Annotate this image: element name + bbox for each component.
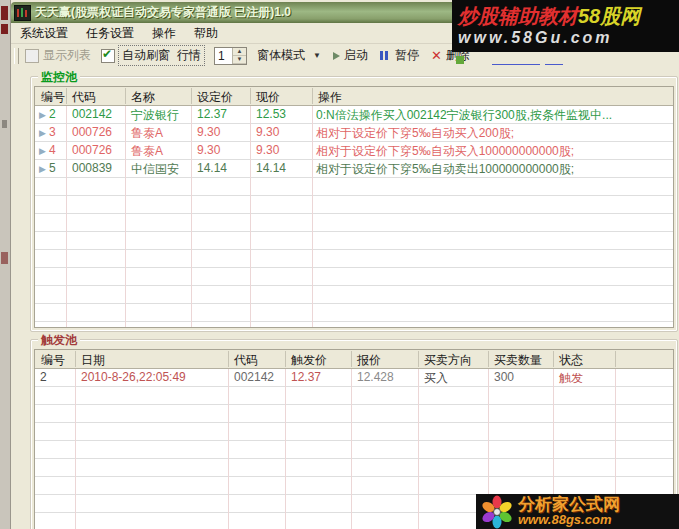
auto-refresh-checkbox[interactable] — [101, 49, 115, 63]
background-window-fragment — [2, 120, 7, 128]
ad-top-line1: 炒股辅助教材58股网 — [458, 5, 679, 28]
obscured-link[interactable] — [492, 64, 540, 65]
col-header-set-price[interactable]: 设定价 — [197, 89, 233, 106]
obscured-toolbar-icon[interactable] — [456, 56, 464, 64]
cell-code: 002142 — [72, 107, 112, 121]
play-icon — [333, 52, 340, 60]
col-header-date[interactable]: 日期 — [81, 352, 105, 369]
pause-label: 暂停 — [395, 47, 419, 64]
ad-bottom-text: 分析家公式网 www.88gs.com — [518, 496, 620, 527]
auto-refresh-group: 自动刷窗 行情 — [119, 46, 204, 65]
show-list-label: 显示列表 — [43, 47, 91, 64]
col-header-quantity[interactable]: 买卖数量 — [494, 352, 542, 369]
cell-id: 2 — [49, 107, 56, 121]
spinner-value[interactable]: 1 — [215, 48, 232, 64]
col-header-quote[interactable]: 报价 — [357, 352, 381, 369]
cell-operation: 相对于设定价下穿5‰自动买入200股; — [316, 125, 514, 142]
menu-help[interactable]: 帮助 — [185, 23, 227, 44]
cell-operation: 相对于设定价下穿5‰自动卖出100000000000股; — [316, 161, 574, 178]
cell-cur-price: 14.14 — [256, 161, 286, 175]
flower-logo-icon — [480, 495, 514, 529]
monitor-table-body: ▶2 002142 宁波银行 12.37 12.53 0:N倍法操作买入0021… — [35, 106, 673, 327]
obscured-link[interactable] — [545, 64, 563, 65]
cell-set-price: 12.37 — [197, 107, 227, 121]
spinner-down-icon[interactable]: ▼ — [233, 56, 246, 64]
cell-operation: 0:N倍法操作买入002142宁波银行300股,按条件监视中... — [316, 107, 612, 124]
col-header-operation[interactable]: 操作 — [318, 89, 342, 106]
monitor-pool-table[interactable]: 编号 代码 名称 设定价 现价 操作 ▶2 002142 宁波银行 — [34, 86, 674, 328]
col-header-id[interactable]: 编号 — [41, 89, 65, 106]
cell-code: 002142 — [234, 370, 274, 384]
col-header-cur-price[interactable]: 现价 — [256, 89, 280, 106]
toolbar-grip[interactable] — [14, 48, 19, 64]
monitor-table-header: 编号 代码 名称 设定价 现价 操作 — [35, 87, 673, 106]
col-header-id[interactable]: 编号 — [41, 352, 65, 369]
pause-icon — [380, 51, 390, 60]
window-mode-dropdown[interactable]: 窗体模式 ▼ — [257, 47, 321, 64]
col-header-status[interactable]: 状态 — [559, 352, 583, 369]
cell-code: 000726 — [72, 143, 112, 157]
monitor-pool-title: 监控池 — [38, 69, 80, 86]
cell-name: 鲁泰A — [131, 125, 163, 142]
cell-set-price: 9.30 — [197, 143, 220, 157]
menu-operation[interactable]: 操作 — [143, 23, 185, 44]
table-row[interactable]: ▶3 000726 鲁泰A 9.30 9.30 相对于设定价下穿5‰自动买入20… — [35, 124, 673, 142]
row-arrow-icon: ▶ — [39, 164, 46, 174]
cell-set-price: 14.14 — [197, 161, 227, 175]
show-list-checkbox[interactable] — [25, 49, 39, 63]
start-label: 启动 — [344, 47, 368, 64]
app-screenshot: 天天赢(股票权证自动交易专家普通版 已注册)1.0 系统设置 任务设置 操作 帮… — [0, 0, 679, 529]
window-mode-label: 窗体模式 — [257, 47, 305, 64]
table-row[interactable]: ▶4 000726 鲁泰A 9.30 9.30 相对于设定价下穿5‰自动买入10… — [35, 142, 673, 160]
ad-bottom-url: www.88gs.com — [518, 513, 620, 527]
row-arrow-icon: ▶ — [39, 110, 46, 120]
col-header-name[interactable]: 名称 — [131, 89, 155, 106]
cell-name: 宁波银行 — [131, 107, 179, 124]
cell-cur-price: 12.53 — [256, 107, 286, 121]
col-header-code[interactable]: 代码 — [234, 352, 258, 369]
spinner-arrows[interactable]: ▲▼ — [232, 48, 246, 64]
refresh-interval-spinner[interactable]: 1 ▲▼ — [214, 47, 247, 65]
cell-id: 3 — [49, 125, 56, 139]
main-window: 天天赢(股票权证自动交易专家普通版 已注册)1.0 系统设置 任务设置 操作 帮… — [11, 0, 679, 529]
background-window-edge — [0, 0, 11, 529]
col-header-trigger-price[interactable]: 触发价 — [291, 352, 327, 369]
pause-button[interactable]: 暂停 — [380, 47, 419, 64]
quotes-label: 行情 — [177, 47, 201, 64]
cell-operation: 相对于设定价下穿5‰自动买入100000000000股; — [316, 143, 574, 160]
table-row[interactable]: 2 2010-8-26,22:05:49 002142 12.37 12.428… — [35, 369, 673, 387]
cell-cur-price: 9.30 — [256, 143, 279, 157]
ad-top-url: www.58Gu.com — [458, 28, 679, 48]
app-icon — [14, 5, 31, 21]
start-button[interactable]: 启动 — [333, 47, 368, 64]
col-header-direction[interactable]: 买卖方向 — [424, 352, 472, 369]
window-title: 天天赢(股票权证自动交易专家普通版 已注册)1.0 — [35, 4, 291, 21]
ad-banner-bottom: 分析家公式网 www.88gs.com — [476, 494, 679, 529]
cell-status: 触发 — [559, 370, 583, 387]
cell-id: 4 — [49, 143, 56, 157]
cell-code: 000726 — [72, 125, 112, 139]
cell-date: 2010-8-26,22:05:49 — [81, 370, 186, 384]
table-row[interactable]: ▶5 000839 中信国安 14.14 14.14 相对于设定价下穿5‰自动卖… — [35, 160, 673, 178]
cell-quantity: 300 — [494, 370, 514, 384]
ad-top-line1-yellow: 58股网 — [578, 5, 640, 27]
col-header-code[interactable]: 代码 — [72, 89, 96, 106]
spinner-up-icon[interactable]: ▲ — [233, 48, 246, 56]
menu-task-settings[interactable]: 任务设置 — [77, 23, 143, 44]
cell-cur-price: 9.30 — [256, 125, 279, 139]
cell-code: 000839 — [72, 161, 112, 175]
table-row[interactable]: ▶2 002142 宁波银行 12.37 12.53 0:N倍法操作买入0021… — [35, 106, 673, 124]
monitor-pool-group: 监控池 编号 代码 名称 设定价 现价 操作 ▶2 — [30, 76, 678, 332]
ad-bottom-line1: 分析家公式网 — [518, 496, 620, 513]
menu-system-settings[interactable]: 系统设置 — [11, 23, 77, 44]
background-window-fragment — [1, 6, 8, 20]
background-window-fragment — [1, 24, 8, 34]
cell-set-price: 9.30 — [197, 125, 220, 139]
cell-id: 2 — [40, 370, 47, 384]
cell-direction: 买入 — [424, 370, 448, 387]
trigger-table-header: 编号 日期 代码 触发价 报价 买卖方向 买卖数量 状态 — [35, 350, 673, 369]
row-arrow-icon: ▶ — [39, 128, 46, 138]
ad-banner-top: 炒股辅助教材58股网 www.58Gu.com — [452, 0, 679, 52]
cell-quote: 12.428 — [357, 370, 394, 384]
row-arrow-icon: ▶ — [39, 146, 46, 156]
